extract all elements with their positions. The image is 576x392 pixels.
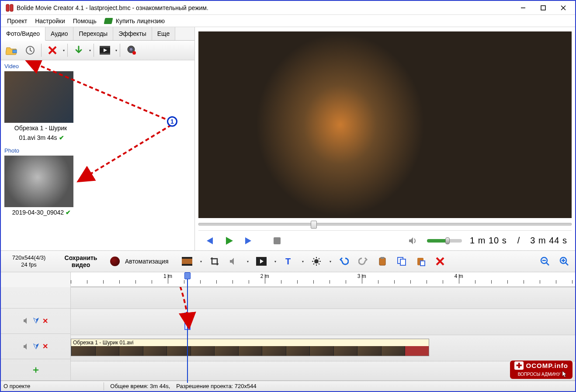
rewind-button[interactable] <box>203 235 215 247</box>
svg-rect-0 <box>6 4 9 11</box>
copy-button[interactable] <box>395 255 408 268</box>
svg-point-24 <box>314 259 319 264</box>
film-play-button[interactable] <box>97 42 113 58</box>
watermark: ✚ OCOMP.info ВОПРОСЫ АДМИНУ <box>510 361 573 379</box>
mute-icon[interactable] <box>23 343 30 350</box>
play-button[interactable] <box>223 235 235 247</box>
text-icon[interactable]: T <box>282 255 295 268</box>
tab-audio[interactable]: Аудио <box>45 27 74 40</box>
audio-icon[interactable] <box>227 255 240 268</box>
open-folder-button[interactable] <box>3 42 20 58</box>
mute-icon[interactable] <box>23 317 30 324</box>
svg-rect-18 <box>274 237 281 244</box>
zoom-out-button[interactable] <box>538 255 552 268</box>
remove-track-icon[interactable]: ✕ <box>42 317 48 325</box>
svg-text:T: T <box>285 257 291 266</box>
check-icon: ✔ <box>66 209 71 216</box>
stop-button[interactable] <box>271 235 283 247</box>
redo-button[interactable] <box>357 255 370 268</box>
undo-button[interactable] <box>337 255 350 268</box>
seek-handle[interactable] <box>311 221 317 229</box>
svg-rect-1 <box>10 4 13 11</box>
status-about[interactable]: О проекте <box>3 383 30 389</box>
film-play-icon[interactable] <box>255 255 268 268</box>
timeline-scrubber[interactable] <box>187 272 188 383</box>
dropdown-icon[interactable]: ▾ <box>63 49 65 52</box>
timeline-toolbar: 720x544(4/3) 24 fps Сохранить видео Авто… <box>1 250 575 272</box>
crop-icon[interactable] <box>208 255 221 268</box>
svg-line-29 <box>313 258 314 259</box>
list-heading-video: Video <box>4 62 191 71</box>
list-heading-photo: Photo <box>4 146 191 156</box>
menu-settings[interactable]: Настройки <box>31 16 69 26</box>
timeline-ruler[interactable]: 1 m2 m3 m4 m <box>71 272 575 287</box>
forward-button[interactable] <box>243 235 255 247</box>
dropdown-icon[interactable]: ▾ <box>200 260 202 264</box>
timeline-clip-video[interactable]: Обрезка 1 - Шурик 01.avi <box>71 339 429 356</box>
seek-bar[interactable] <box>198 218 572 230</box>
menu-help[interactable]: Помощь <box>69 16 100 26</box>
clipboard-button[interactable] <box>376 255 389 268</box>
add-track-row: ＋ <box>1 359 70 381</box>
media-item-video[interactable]: Обрезка 1 - Шурик 01.avi 3m 44s ✔ <box>4 71 191 142</box>
minimize-button[interactable] <box>513 1 533 14</box>
automation-button[interactable]: Автоматизация <box>125 258 168 265</box>
dropdown-icon[interactable]: ▾ <box>115 49 117 52</box>
media-toolbar: ▾ ▾ ▾ <box>1 41 194 60</box>
media-item-duration: 01.avi 3m 44s <box>19 134 57 141</box>
record-button[interactable] <box>110 257 120 266</box>
timeline-tracks: ⮛ ✕ ⮛ ✕ ＋ Обрезка 1 - Шурик 01.avi <box>1 287 575 381</box>
delete-button[interactable] <box>44 42 61 58</box>
dropdown-icon[interactable]: ▾ <box>247 260 249 264</box>
media-tabs: Фото/Видео Аудио Переходы Эффекты Еще <box>1 27 194 41</box>
download-button[interactable] <box>70 42 87 58</box>
svg-rect-3 <box>541 6 545 10</box>
dropdown-icon[interactable]: ▾ <box>302 260 304 264</box>
preview-panel: 1 m 10 s / 3 m 44 s <box>195 27 575 250</box>
tab-photo-video[interactable]: Фото/Видео <box>1 27 45 41</box>
tab-more[interactable]: Еще <box>152 27 176 40</box>
menu-buy-license[interactable]: Купить лицензию <box>101 16 168 26</box>
svg-rect-36 <box>400 259 406 265</box>
save-video-button[interactable]: Сохранить видео <box>57 254 105 268</box>
svg-line-31 <box>313 264 314 264</box>
tab-effects[interactable]: Эффекты <box>113 27 152 40</box>
menu-project[interactable]: Проект <box>3 16 31 26</box>
svg-rect-12 <box>100 53 110 55</box>
media-item-label: Обрезка 1 - Шурик <box>14 125 67 132</box>
remove-track-icon[interactable]: ✕ <box>42 342 48 350</box>
status-total-time: Общее время: 3m 44s, <box>110 383 170 389</box>
recent-button[interactable] <box>22 42 38 58</box>
zoom-in-button[interactable] <box>558 255 571 268</box>
ruler-label: 3 m <box>357 273 366 279</box>
media-item-photo[interactable]: 2019-04-30_09042 ✔ <box>4 156 191 217</box>
tab-transitions[interactable]: Переходы <box>73 27 113 40</box>
brightness-icon[interactable] <box>310 255 323 268</box>
video-preview[interactable] <box>198 31 572 218</box>
collapse-icon[interactable]: ⮛ <box>33 317 40 325</box>
close-button[interactable] <box>553 1 573 14</box>
paste-button[interactable] <box>414 255 427 268</box>
volume-slider[interactable] <box>427 239 462 243</box>
svg-line-43 <box>546 263 549 265</box>
ruler-label: 1 m <box>163 273 172 279</box>
delete-clip-button[interactable] <box>434 255 447 268</box>
app-icon <box>5 3 14 12</box>
svg-rect-34 <box>381 257 384 259</box>
filmstrip-icon[interactable] <box>180 255 194 268</box>
add-track-button[interactable]: ＋ <box>31 363 41 376</box>
dropdown-icon[interactable]: ▾ <box>330 260 331 264</box>
volume-icon[interactable] <box>407 235 419 247</box>
media-panel: Фото/Видео Аудио Переходы Эффекты Еще ▾ <box>1 27 195 250</box>
svg-line-30 <box>319 264 319 264</box>
maximize-button[interactable] <box>533 1 553 14</box>
track-header-1: ⮛ ✕ <box>1 309 70 334</box>
time-separator: / <box>515 236 523 246</box>
cursor-icon <box>562 371 568 378</box>
dropdown-icon[interactable]: ▾ <box>89 49 91 52</box>
webcam-button[interactable] <box>123 42 139 58</box>
svg-line-47 <box>566 263 568 265</box>
collapse-icon[interactable]: ⮛ <box>33 343 40 350</box>
total-time: 3 m 44 s <box>530 236 567 246</box>
dropdown-icon[interactable]: ▾ <box>274 260 276 264</box>
